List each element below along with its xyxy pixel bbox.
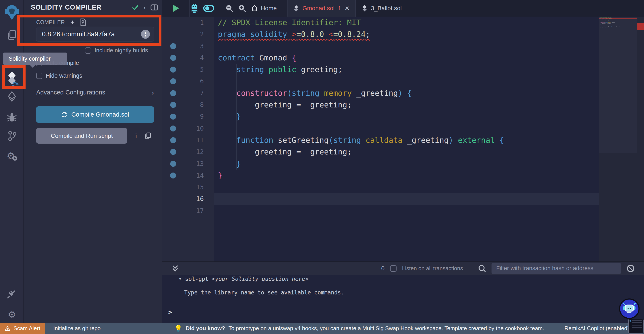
tab-home[interactable]: Home xyxy=(251,5,277,12)
compile-success-check-icon xyxy=(132,5,139,10)
settings-icon[interactable]: ⚙ xyxy=(0,307,24,322)
run-script-play-icon[interactable] xyxy=(172,4,180,12)
tab-ballot[interactable]: 3_Ballot.sol xyxy=(356,0,408,16)
scam-alert-badge[interactable]: ! Scam Alert xyxy=(0,323,45,334)
deploy-run-icon[interactable] xyxy=(0,89,24,104)
nightly-builds-label: Include nightly builds xyxy=(94,47,148,54)
tip-text: To prototype on a uniswap v4 hooks, you … xyxy=(228,325,544,332)
annotation-box-compiler-version xyxy=(17,15,162,46)
terminal-search-icon[interactable] xyxy=(478,265,486,272)
panel-header: SOLIDITY COMPILER › xyxy=(24,0,162,15)
tab-gmonad[interactable]: Gmonad.sol 1 ✕ xyxy=(288,0,356,16)
editor-scrollbar[interactable] xyxy=(638,16,644,262)
editor-gutter[interactable]: 1234567891011121314151617 xyxy=(162,16,214,262)
zoom-out-icon[interactable] xyxy=(226,4,233,12)
run-script-section xyxy=(162,0,190,16)
scrollbar-error-marker xyxy=(638,23,644,30)
nightly-builds-checkbox[interactable] xyxy=(85,47,91,54)
solidity-compiler-panel: SOLIDITY COMPILER › COMPILER + xyxy=(24,0,162,334)
solidity-compiler-tooltip: Solidity compiler xyxy=(3,52,67,65)
tabbar-filler xyxy=(408,0,644,16)
split-view-icon[interactable] xyxy=(150,4,158,11)
minimap[interactable]: // SPDX-License-Identifier: MITpragma so… xyxy=(599,17,638,153)
tab-close-icon[interactable]: ✕ xyxy=(344,5,350,12)
debugger-icon[interactable] xyxy=(0,110,24,125)
did-you-know-tip: 💡 Did you know? To prototype on a uniswa… xyxy=(174,325,544,332)
compile-button[interactable]: Compile Gmonad.sol xyxy=(36,106,154,123)
terminal-help-line: • sol-gpt <your Solidity question here> xyxy=(178,276,308,282)
main-area: Home Gmonad.sol 1 ✕ 3_Ballot.sol xyxy=(162,0,644,334)
panel-forward-icon[interactable]: › xyxy=(143,3,146,11)
compile-and-run-button[interactable]: Compile and Run script xyxy=(36,128,127,144)
transaction-count: 0 xyxy=(381,265,384,272)
terminal-output[interactable]: • sol-gpt <your Solidity question here> … xyxy=(162,275,644,323)
hide-warnings-label: Hide warnings xyxy=(46,72,82,79)
copilot-toggle-icon[interactable] xyxy=(203,5,214,12)
editor-code-area[interactable]: // SPDX-License-Identifier: MITpragma so… xyxy=(214,16,599,262)
remix-ide-window: ⚙ ⚙ SOLIDITY COMPILER › xyxy=(0,0,644,334)
clear-console-icon[interactable] xyxy=(626,265,635,273)
activity-bar: ⚙ ⚙ xyxy=(0,0,24,334)
copy-icon[interactable] xyxy=(145,132,151,140)
warning-icon: ! xyxy=(4,326,10,331)
scam-alert-label: Scam Alert xyxy=(14,325,40,332)
ai-tools-section xyxy=(190,0,215,16)
tip-title: Did you know? xyxy=(186,325,225,332)
copilot-status[interactable]: RemixAI Copilot (enabled) xyxy=(564,325,629,332)
status-bar: ! Scam Alert Initialize as git repo 💡 Di… xyxy=(0,323,644,334)
advanced-configurations-label: Advanced Configurations xyxy=(36,89,152,96)
tab-home-label: Home xyxy=(261,5,277,12)
remix-ai-assistant-button[interactable] xyxy=(619,299,640,319)
home-icon xyxy=(251,5,258,12)
hide-warnings-checkbox[interactable] xyxy=(36,73,42,79)
advanced-chevron-icon: › xyxy=(152,88,154,97)
screenshot-thumbnail[interactable] xyxy=(628,319,644,334)
compile-button-label: Compile Gmonad.sol xyxy=(71,111,129,118)
listen-transactions-label: Listen on all transactions xyxy=(402,265,463,272)
annotation-box-compiler-icon xyxy=(2,65,26,89)
solidity-file-icon xyxy=(362,5,367,12)
ai-assistant-robot-icon[interactable] xyxy=(190,3,199,13)
terminal-collapse-icon[interactable] xyxy=(172,265,178,272)
editor-right-rail: // SPDX-License-Identifier: MITpragma so… xyxy=(599,16,644,262)
listen-transactions-checkbox[interactable] xyxy=(390,265,396,272)
terminal-library-hint: Type the library name to see available c… xyxy=(184,289,344,296)
terminal-bar: 0 Listen on all transactions xyxy=(162,262,644,275)
lightbulb-icon: 💡 xyxy=(174,325,182,332)
panel-title: SOLIDITY COMPILER xyxy=(31,3,132,11)
zoom-in-icon[interactable] xyxy=(238,4,246,12)
tab-gmonad-error-badge: 1 xyxy=(338,5,341,12)
solidity-file-icon xyxy=(294,5,299,12)
plugin-manager-icon[interactable] xyxy=(0,286,24,301)
tab-ballot-label: 3_Ballot.sol xyxy=(371,5,402,12)
terminal-prompt[interactable]: > xyxy=(168,309,172,316)
git-icon[interactable] xyxy=(0,128,24,143)
compile-and-run-label: Compile and Run script xyxy=(51,133,113,139)
advanced-configurations[interactable]: Advanced Configurations › xyxy=(36,88,154,97)
transaction-filter-input[interactable] xyxy=(492,263,621,274)
recompile-icon xyxy=(61,111,68,118)
info-icon[interactable]: i xyxy=(135,132,137,140)
init-git-repo-button[interactable]: Initialize as git repo xyxy=(53,325,101,332)
tab-gmonad-label: Gmonad.sol xyxy=(302,5,334,12)
home-tab-section: Home xyxy=(215,0,288,16)
tab-bar: Home Gmonad.sol 1 ✕ 3_Ballot.sol xyxy=(162,0,644,16)
tooltip-caret xyxy=(30,65,36,68)
ai-robot-face-icon xyxy=(623,303,636,315)
unit-testing-icon[interactable]: ⚙ xyxy=(0,148,24,163)
code-editor[interactable]: 1234567891011121314151617 // SPDX-Licens… xyxy=(162,16,644,262)
